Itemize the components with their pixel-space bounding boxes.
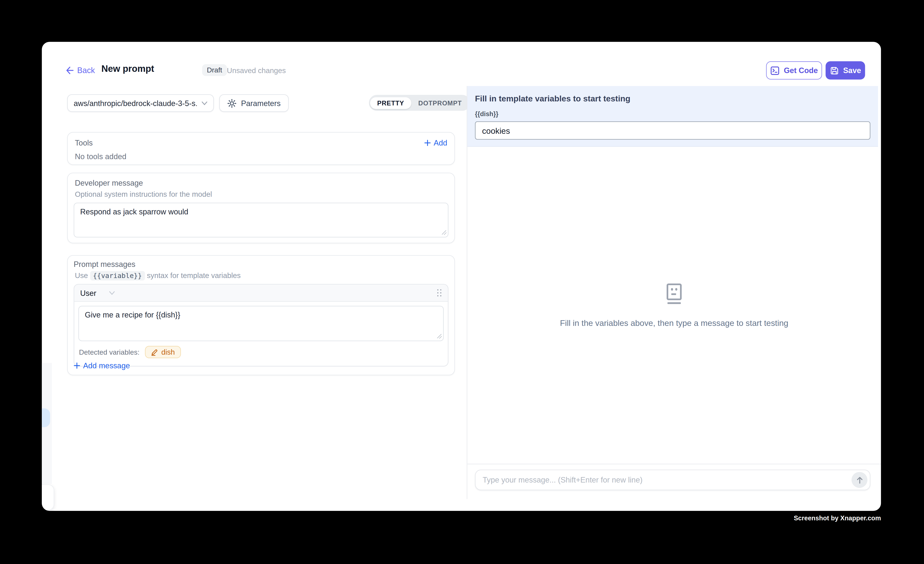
- composer-divider: [467, 464, 881, 464]
- chat-empty-state: Fill in the variables above, then type a…: [467, 147, 881, 464]
- chat-empty-text: Fill in the variables above, then type a…: [560, 318, 788, 328]
- drag-handle-icon[interactable]: [437, 290, 442, 297]
- pencil-icon: [151, 349, 158, 356]
- parameters-button[interactable]: Parameters: [219, 94, 289, 112]
- cropped-sidebar-card: [42, 484, 54, 510]
- status-badge: Draft: [202, 64, 227, 76]
- parameters-label: Parameters: [241, 99, 281, 108]
- page-title: New prompt: [101, 64, 154, 74]
- arrow-up-icon: [856, 477, 863, 484]
- save-button[interactable]: Save: [825, 62, 865, 80]
- tools-card: Tools Add No tools added: [67, 132, 455, 165]
- chevron-down-icon: [109, 291, 115, 295]
- tools-empty-text: No tools added: [75, 152, 447, 161]
- message-composer: [475, 470, 870, 490]
- screenshot-stage: Back New prompt Draft Unsaved changes Ge…: [0, 0, 924, 564]
- developer-message-card: Developer message Optional system instru…: [67, 172, 455, 243]
- back-label: Back: [77, 66, 95, 75]
- add-tool-button[interactable]: Add: [424, 138, 447, 147]
- save-icon: [830, 66, 839, 75]
- unsaved-changes-text: Unsaved changes: [227, 67, 286, 75]
- message-header: User: [74, 285, 448, 302]
- back-button[interactable]: Back: [65, 66, 95, 75]
- arrow-left-icon: [65, 67, 74, 74]
- tools-label: Tools: [75, 138, 93, 147]
- model-select-value: aws/anthropic/bedrock-claude-3-5-s...: [74, 99, 197, 108]
- message-block: User Give me a recipe for {{dish}} Detec…: [74, 284, 448, 367]
- hint-prefix: Use: [75, 272, 88, 280]
- bot-screen-icon: [664, 283, 684, 304]
- prompt-editor-window: Back New prompt Draft Unsaved changes Ge…: [42, 42, 881, 511]
- template-variables-panel: Fill in template variables to start test…: [467, 86, 878, 147]
- watermark-text: Screenshot by Xnapper.com: [794, 514, 881, 522]
- variable-name-label: {{dish}}: [475, 110, 878, 117]
- add-message-label: Add message: [83, 361, 130, 370]
- developer-message-hint: Optional system instructions for the mod…: [75, 190, 448, 198]
- add-tool-label: Add: [434, 138, 447, 147]
- variable-syntax-chip: {{variable}}: [90, 271, 145, 280]
- variable-badge-label: dish: [161, 348, 175, 356]
- cropped-sidebar-active-item: [42, 408, 50, 427]
- chevron-down-icon: [202, 101, 207, 105]
- get-code-button[interactable]: Get Code: [766, 62, 822, 80]
- plus-icon: [74, 362, 80, 369]
- variable-value-input[interactable]: [475, 122, 870, 140]
- plus-icon: [424, 140, 431, 146]
- detected-variables-label: Detected variables:: [79, 348, 140, 356]
- save-label: Save: [843, 66, 861, 75]
- prompt-messages-card: Prompt messages Use {{variable}} syntax …: [67, 255, 455, 375]
- tab-dotprompt[interactable]: DOTPROMPT: [411, 97, 469, 109]
- terminal-square-icon: [770, 66, 780, 75]
- variable-badge-dish[interactable]: dish: [145, 346, 181, 358]
- chat-message-input[interactable]: [483, 476, 852, 484]
- add-message-button[interactable]: Add message: [74, 361, 130, 370]
- template-variables-title: Fill in template variables to start test…: [475, 94, 878, 103]
- role-select[interactable]: User: [80, 288, 115, 297]
- prompt-messages-hint: Use {{variable}} syntax for template var…: [75, 272, 448, 280]
- tab-pretty[interactable]: PRETTY: [370, 97, 411, 109]
- developer-message-label: Developer message: [75, 178, 448, 187]
- hint-suffix: syntax for template variables: [147, 272, 241, 280]
- developer-message-textarea[interactable]: Respond as jack sparrow would: [74, 202, 448, 237]
- role-select-value: User: [80, 288, 96, 297]
- get-code-label: Get Code: [784, 66, 818, 75]
- message-textarea[interactable]: Give me a recipe for {{dish}}: [78, 306, 444, 341]
- prompt-messages-label: Prompt messages: [74, 260, 448, 268]
- view-mode-toggle: PRETTY DOTPROMPT: [369, 95, 470, 111]
- model-select[interactable]: aws/anthropic/bedrock-claude-3-5-s...: [67, 94, 214, 112]
- send-button[interactable]: [852, 472, 867, 488]
- gear-icon: [227, 99, 236, 108]
